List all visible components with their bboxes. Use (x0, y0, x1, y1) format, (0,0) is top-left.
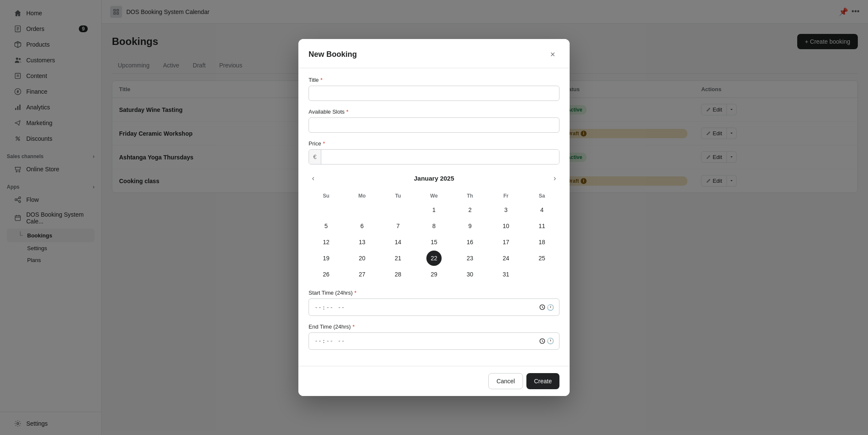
calendar-day[interactable]: 22 (426, 251, 442, 266)
calendar-day-of-week: Th (452, 190, 487, 201)
calendar-day-of-week: Mo (345, 190, 380, 201)
calendar-day[interactable]: 10 (498, 218, 514, 234)
date-calendar: ‹ January 2025 › SuMoTuWeThFrSa123456789… (309, 172, 559, 282)
title-input[interactable] (309, 86, 559, 101)
calendar-day-of-week: We (417, 190, 452, 201)
calendar-day[interactable]: 27 (354, 267, 370, 282)
calendar-day[interactable]: 7 (390, 218, 406, 234)
calendar-day[interactable]: 1 (426, 202, 442, 218)
start-time-input[interactable] (314, 303, 547, 312)
slots-input[interactable] (309, 117, 559, 133)
calendar-day-of-week: Fr (488, 190, 523, 201)
calendar-day[interactable]: 20 (354, 251, 370, 266)
modal-header: New Booking × (298, 39, 570, 68)
price-input-wrapper: € (309, 149, 559, 165)
calendar-day-of-week: Su (309, 190, 344, 201)
slots-field-group: Available Slots * (309, 109, 559, 133)
calendar-day[interactable]: 26 (318, 267, 334, 282)
calendar-day[interactable]: 19 (318, 251, 334, 266)
calendar-day[interactable]: 21 (390, 251, 406, 266)
calendar-next-button[interactable]: › (550, 172, 559, 184)
slots-label: Available Slots * (309, 109, 559, 115)
modal-footer: Cancel Create (298, 366, 570, 396)
title-field-group: Title * (309, 77, 559, 101)
calendar-day[interactable]: 5 (318, 218, 334, 234)
calendar-day[interactable]: 6 (354, 218, 370, 234)
modal-body: Title * Available Slots * Price * (298, 68, 570, 365)
calendar-day (354, 202, 370, 218)
clock-icon-end: 🕐 (547, 337, 554, 344)
calendar-day[interactable]: 31 (498, 267, 514, 282)
modal-close-button[interactable]: × (546, 47, 559, 61)
price-prefix: € (309, 150, 321, 164)
calendar-day[interactable]: 25 (534, 251, 550, 266)
calendar-day[interactable]: 24 (498, 251, 514, 266)
calendar-day[interactable]: 3 (498, 202, 514, 218)
modal-overlay[interactable]: New Booking × Title * Available Slots * (0, 0, 868, 435)
cancel-button[interactable]: Cancel (488, 373, 523, 389)
calendar-month: January 2025 (414, 175, 454, 182)
calendar-day[interactable]: 23 (462, 251, 478, 266)
calendar-day[interactable]: 4 (534, 202, 550, 218)
calendar-day[interactable]: 2 (462, 202, 478, 218)
end-time-wrapper: 🕐 (309, 332, 559, 350)
start-time-field-group: Start Time (24hrs) * 🕐 (309, 290, 559, 316)
calendar-day-of-week: Tu (381, 190, 416, 201)
calendar-day[interactable]: 13 (354, 234, 370, 250)
calendar-day[interactable]: 30 (462, 267, 478, 282)
calendar-day[interactable]: 12 (318, 234, 334, 250)
new-booking-modal: New Booking × Title * Available Slots * (298, 39, 570, 396)
price-input[interactable] (321, 150, 559, 164)
title-label: Title * (309, 77, 559, 83)
calendar-day[interactable]: 9 (462, 218, 478, 234)
end-time-input[interactable] (314, 337, 547, 346)
calendar-day[interactable]: 16 (462, 234, 478, 250)
calendar-day[interactable]: 14 (390, 234, 406, 250)
calendar-day[interactable]: 28 (390, 267, 406, 282)
start-time-label: Start Time (24hrs) * (309, 290, 559, 296)
price-field-group: Price * € (309, 140, 559, 165)
calendar-header: ‹ January 2025 › (309, 172, 559, 184)
calendar-grid: SuMoTuWeThFrSa12345678910111213141516171… (309, 190, 559, 282)
price-label: Price * (309, 140, 559, 147)
clock-icon: 🕐 (547, 304, 554, 311)
calendar-day[interactable]: 17 (498, 234, 514, 250)
calendar-day (390, 202, 406, 218)
calendar-prev-button[interactable]: ‹ (309, 172, 318, 184)
start-time-wrapper: 🕐 (309, 298, 559, 316)
calendar-day (534, 267, 550, 282)
calendar-day[interactable]: 11 (534, 218, 550, 234)
calendar-day (318, 202, 334, 218)
end-time-field-group: End Time (24hrs) * 🕐 (309, 323, 559, 350)
calendar-day[interactable]: 18 (534, 234, 550, 250)
calendar-day-of-week: Sa (524, 190, 559, 201)
end-time-label: End Time (24hrs) * (309, 323, 559, 330)
calendar-day[interactable]: 8 (426, 218, 442, 234)
calendar-day[interactable]: 29 (426, 267, 442, 282)
modal-title: New Booking (309, 50, 357, 59)
calendar-day[interactable]: 15 (426, 234, 442, 250)
create-button[interactable]: Create (526, 373, 559, 389)
